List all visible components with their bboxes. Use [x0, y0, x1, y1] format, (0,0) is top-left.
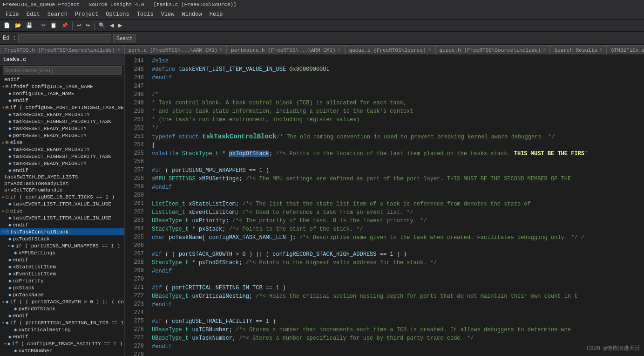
tab-close-1[interactable]: ×: [220, 48, 223, 53]
tree-item[interactable]: ▾◆if ( configUSE_TRACE_FACILITY == 1 ): [0, 340, 124, 347]
tree-item[interactable]: ◆endif: [0, 312, 124, 319]
toolbar-undo[interactable]: ↩: [75, 21, 83, 29]
menu-help[interactable]: Help: [206, 10, 227, 19]
tree-item[interactable]: ◆taskEVENT_LIST_ITEM_VALUE_IN_USE: [0, 214, 124, 221]
toolbar-copy[interactable]: 📋: [48, 21, 59, 29]
search-button[interactable]: Search: [113, 34, 136, 42]
tree-item[interactable]: prvGetTCBFromHandle: [0, 187, 124, 193]
line-number: 264: [127, 225, 144, 233]
tree-item[interactable]: prvAddTaskToReadyList: [0, 180, 124, 187]
tree-expand-icon[interactable]: ▸: [2, 208, 5, 214]
tree-item[interactable]: ▾◆if ( ( portSTACK_GROWTH > 0 ) || ( con…: [0, 298, 124, 305]
tree-item[interactable]: ◆endif: [0, 167, 124, 174]
tree-expand-icon[interactable]: ▸: [2, 140, 5, 145]
tree-item[interactable]: ◆endif: [0, 333, 124, 340]
tab-portmacro-h[interactable]: portmacro.h (FreeRTOS\...\ARM_CM3) ×: [227, 45, 345, 55]
tree-expand-icon[interactable]: ▾: [2, 105, 5, 110]
code-content[interactable]: #else #define taskEVENT_LIST_ITEM_VALUE_…: [148, 55, 644, 356]
toolbar-save[interactable]: 💾: [24, 21, 34, 29]
tree-item[interactable]: ▾⊟ifndef configIDLE_TASK_NAME: [0, 83, 124, 90]
tree-item[interactable]: ▾◆if ( portUSING_MPU_WRAPPERS == 1 ): [0, 242, 124, 249]
toolbar-redo[interactable]: ↪: [84, 21, 92, 29]
tree-item[interactable]: ◆xMPUSettings: [0, 249, 124, 256]
tab-port-c[interactable]: port.c (FreeRTOS\...\ARM_CM3) ×: [124, 45, 227, 55]
tree-item[interactable]: ◆xEventListItem: [0, 270, 124, 277]
tree-item[interactable]: ◆xStateListItem: [0, 263, 124, 270]
menu-project[interactable]: Project: [71, 10, 102, 19]
tree-item[interactable]: ◆endif: [0, 256, 124, 263]
tree-item[interactable]: ◆uxTCBNumber: [0, 347, 124, 354]
tree-item[interactable]: ◆pcTaskName: [0, 291, 124, 298]
tree-item[interactable]: ◆taskRECORD_READY_PRIORITY: [0, 146, 124, 153]
tab-close-5[interactable]: ×: [600, 48, 603, 53]
tree-item[interactable]: ◆taskEVENT_LIST_ITEM_VALUE_IN_USE: [0, 200, 124, 207]
leaf-icon: ◆: [8, 118, 12, 124]
menu-search[interactable]: Search: [44, 10, 71, 19]
tree-item[interactable]: ◆configIDLE_TASK_NAME: [0, 90, 124, 97]
tree-item[interactable]: ◆taskSELECT_HIGHEST_PRIORITY_TASK: [0, 118, 124, 125]
tree-item[interactable]: taskSWITCH_DELAYED_LISTS: [0, 174, 124, 180]
tree-item[interactable]: ▾⊟if ( configUSE_PORT_OPTIMISED_TASK_SEL…: [0, 104, 124, 111]
tab-close-3[interactable]: ×: [428, 48, 431, 53]
tree-item[interactable]: ◆endif: [0, 221, 124, 228]
code-line: char pcTaskName[ configMAX_TASK_NAME_LEN…: [152, 233, 640, 242]
tree-item[interactable]: ◆uxTaskNumber: [0, 354, 124, 356]
tree-expand-icon[interactable]: ▾: [2, 229, 5, 235]
tree-expand-icon[interactable]: ▾: [2, 320, 5, 326]
tree-expand-icon[interactable]: ▸: [2, 194, 5, 200]
tab-close-4[interactable]: ×: [543, 48, 546, 53]
tree-item[interactable]: ◆taskSELECT_HIGHEST_PRIORITY_TASK: [0, 153, 124, 160]
tree-item[interactable]: ▾◆if ( portCRITICAL_NESTING_IN_TCB == 1 …: [0, 319, 124, 326]
tree-item[interactable]: ▸⊟if ( configUSE_16_BIT_TICKS == 1 ): [0, 193, 124, 200]
leaf-icon: ◆: [6, 299, 9, 305]
tab-close-0[interactable]: ×: [117, 48, 120, 53]
toolbar-forward[interactable]: ▶: [116, 21, 124, 29]
tree-item-label: uxCriticalNesting: [19, 327, 71, 333]
tree-expand-icon[interactable]: ▾: [7, 243, 10, 249]
tab-queue-h[interactable]: queue.h (FreeRTOS\Source\include) ×: [435, 45, 550, 55]
tree-item[interactable]: ◆pxEndOfStack: [0, 305, 124, 312]
tree-expand-icon[interactable]: ▾: [2, 84, 5, 89]
tree-expand-icon[interactable]: ▾: [2, 299, 5, 305]
toolbar-sep3: [94, 21, 95, 30]
line-number: 262: [127, 208, 144, 216]
line-number: 254: [127, 141, 144, 149]
tree-item[interactable]: ◆uxPriority: [0, 277, 124, 284]
menu-file[interactable]: File: [2, 10, 23, 19]
tree-item[interactable]: ◆taskRECORD_READY_PRIORITY: [0, 111, 124, 118]
toolbar-open[interactable]: 📂: [13, 21, 23, 29]
tree-item-label: taskRESET_READY_PRIORITY: [13, 126, 87, 131]
menu-options[interactable]: Options: [102, 10, 133, 19]
toolbar-sep1: [37, 21, 37, 30]
tree-item[interactable]: ◆uxCriticalNesting: [0, 326, 124, 333]
search-input[interactable]: [18, 34, 111, 42]
toolbar-new[interactable]: 📄: [2, 21, 12, 29]
tree-item[interactable]: ▸⊟else: [0, 207, 124, 214]
tree-item[interactable]: endif: [0, 76, 124, 83]
tab-search-results[interactable]: Search Results ×: [550, 45, 606, 55]
toolbar-paste[interactable]: 📌: [60, 21, 70, 29]
toolbar-cut[interactable]: ✂: [40, 21, 47, 29]
tree-item[interactable]: ▾⊟tskTaskControlBlock: [0, 228, 124, 235]
menu-tools[interactable]: Tools: [133, 10, 157, 19]
toolbar-find[interactable]: 🔍: [97, 21, 107, 29]
tab-stm32[interactable]: STM32F10x.s (FreeRTOS\...\CORTEX_STM32F1…: [607, 45, 644, 55]
tree-item-label: xEventListItem: [13, 271, 56, 277]
menu-window[interactable]: Window: [178, 10, 206, 19]
tree-item[interactable]: ◆taskRESET_READY_PRIORITY: [0, 160, 124, 167]
tree-item[interactable]: ◆endif: [0, 97, 124, 104]
tab-queue-c[interactable]: queue.c (FreeRTOS\Source) ×: [345, 45, 435, 55]
menu-edit[interactable]: Edit: [23, 10, 44, 19]
sidebar-search-input[interactable]: [3, 66, 122, 75]
tree-item[interactable]: ▸⊟else: [0, 139, 124, 146]
tree-item[interactable]: ◆pxTopOfStack: [0, 235, 124, 242]
sidebar-tree: endif▾⊟ifndef configIDLE_TASK_NAME ◆conf…: [0, 76, 124, 356]
tree-expand-icon[interactable]: ▾: [4, 341, 7, 347]
tree-item[interactable]: ◆portRESET_READY_PRIORITY: [0, 132, 124, 139]
tab-freertos-h[interactable]: FreeRTOS.h (FreeRTOS\Source\include) ×: [0, 45, 124, 55]
tree-item[interactable]: ◆pxStack: [0, 284, 124, 291]
toolbar-back[interactable]: ◀: [108, 21, 115, 29]
tree-item[interactable]: ◆taskRESET_READY_PRIORITY: [0, 125, 124, 132]
tab-close-2[interactable]: ×: [338, 48, 341, 53]
menu-view[interactable]: View: [157, 10, 178, 19]
